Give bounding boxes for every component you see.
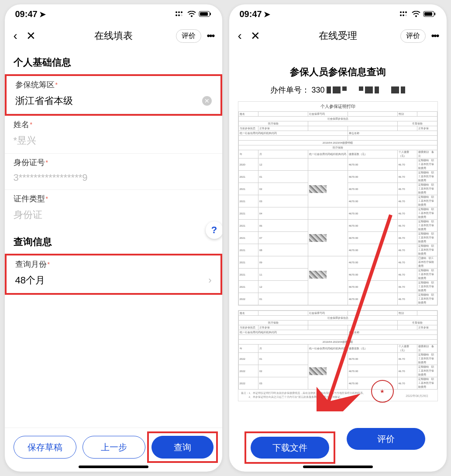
svg-point-13: [400, 14, 402, 16]
svg-rect-8: [200, 12, 208, 16]
idtype-field: 证件类型* 身份证 ?: [5, 190, 222, 228]
battery-icon: [423, 11, 436, 17]
idno-input[interactable]: 3*****************9: [14, 172, 88, 183]
query-month-label: 查询月份*: [15, 259, 212, 269]
download-file-button[interactable]: 下载文件: [251, 437, 329, 459]
download-button-highlighted: 下载文件: [244, 431, 335, 464]
section-header-basic-info: 个人基础信息: [5, 48, 222, 74]
svg-point-11: [403, 11, 404, 13]
nav-bar: ‹ ✕ 在线受理 评价 •••: [229, 24, 447, 48]
home-indicator[interactable]: [303, 466, 373, 468]
idno-label: 身份证号*: [14, 157, 213, 168]
status-icons: [175, 11, 212, 17]
help-icon[interactable]: ?: [206, 221, 222, 239]
idno-field: 身份证号* 3*****************9: [5, 154, 222, 190]
rating-button[interactable]: 评价: [400, 29, 426, 43]
chevron-right-icon: ›: [208, 275, 211, 286]
name-label: 姓名*: [14, 119, 213, 130]
battery-icon: [199, 11, 212, 17]
svg-rect-19: [434, 13, 435, 15]
back-icon[interactable]: ‹: [11, 27, 20, 45]
required-star-icon: *: [30, 121, 32, 128]
svg-point-14: [403, 14, 404, 16]
svg-point-0: [176, 11, 177, 13]
document-preview-area[interactable]: 个人参保证明打印 姓名社会保障号码性别 社会保障参保信息 医疗保险生育保险 当前…: [229, 101, 447, 401]
right-phone-result-screen: 09:47➤ ‹ ✕ 在线受理 评价 ••• 参保人员参保信息查询 办件单号：: [229, 4, 447, 472]
svg-point-6: [191, 15, 193, 17]
idtype-label: 证件类型*: [14, 193, 213, 204]
back-icon[interactable]: ‹: [235, 27, 244, 45]
section-header-query-info: 查询信息: [5, 228, 222, 254]
required-star-icon: *: [46, 159, 48, 166]
location-arrow-icon: ➤: [264, 10, 270, 19]
cellular-signal-icon: [175, 11, 185, 17]
query-button[interactable]: 查询: [151, 436, 213, 459]
svg-point-12: [405, 11, 407, 13]
svg-point-5: [181, 14, 182, 16]
svg-rect-18: [424, 12, 432, 16]
svg-point-10: [400, 11, 402, 13]
wifi-icon: [412, 11, 420, 17]
query-month-field-highlighted: 查询月份* 48个月 ›: [5, 254, 222, 295]
save-draft-button[interactable]: 保存草稿: [14, 436, 76, 459]
status-time: 09:47➤: [15, 9, 46, 19]
svg-point-16: [415, 15, 417, 17]
more-icon[interactable]: •••: [429, 30, 440, 41]
close-icon[interactable]: ✕: [248, 28, 263, 45]
status-time: 09:47➤: [240, 9, 270, 19]
wifi-icon: [187, 11, 196, 17]
svg-point-2: [181, 11, 182, 13]
svg-point-4: [178, 14, 180, 16]
status-bar: 09:47➤: [229, 4, 447, 24]
censored-case-number: [327, 86, 405, 93]
more-icon[interactable]: •••: [205, 30, 216, 41]
form-content: 个人基础信息 参保统筹区* 浙江省省本级 ✕ 姓名* *昱兴 身份: [5, 48, 222, 428]
document-sheet-1: 个人参保证明打印 姓名社会保障号码性别 社会保障参保信息 医疗保险生育保险 当前…: [238, 101, 438, 306]
bottom-action-bar: 保存草稿 上一步 查询: [5, 428, 222, 463]
nav-bar: ‹ ✕ 在线填表 评价 •••: [5, 24, 222, 48]
official-stamp-icon: [371, 380, 394, 403]
required-star-icon: *: [55, 81, 58, 88]
rating-button[interactable]: 评价: [176, 29, 201, 43]
home-indicator[interactable]: [79, 466, 148, 468]
prev-step-button[interactable]: 上一步: [83, 436, 145, 459]
svg-point-3: [176, 14, 177, 16]
idtype-input[interactable]: 身份证: [14, 208, 42, 221]
status-bar: 09:47➤: [5, 4, 222, 24]
svg-point-1: [178, 11, 180, 13]
query-button-highlighted: 查询: [147, 431, 218, 463]
region-field-highlighted: 参保统筹区* 浙江省省本级 ✕: [5, 74, 222, 116]
cellular-signal-icon: [399, 11, 409, 17]
query-month-select[interactable]: 48个月: [15, 274, 45, 287]
document-table: 姓名社会保障号码性别 社会保障参保信息 医疗保险生育保险 当前参保状态正常参保正…: [238, 111, 437, 305]
required-star-icon: *: [46, 195, 48, 202]
bottom-action-bar: 下载文件 评价: [229, 411, 447, 463]
case-number: 办件单号： 330: [229, 85, 447, 101]
location-arrow-icon: ➤: [39, 10, 46, 19]
rate-button[interactable]: 评价: [347, 428, 425, 450]
clear-input-icon[interactable]: ✕: [202, 96, 212, 106]
name-input[interactable]: *昱兴: [14, 134, 37, 147]
result-content: 参保人员参保信息查询 办件单号： 330 个人参保证明打印 姓名社会保障号码性别…: [229, 48, 447, 411]
region-input[interactable]: 浙江省省本级: [15, 94, 73, 107]
status-icons: [399, 11, 436, 17]
required-star-icon: *: [48, 261, 50, 268]
document-sheet-2: 姓名社会保障号码性别 社会保障参保信息 医疗保险生育保险 当前参保状态正常参保正…: [238, 310, 438, 401]
region-label: 参保统筹区*: [15, 79, 212, 90]
svg-point-15: [405, 14, 407, 16]
svg-rect-9: [210, 13, 211, 15]
result-title: 参保人员参保信息查询: [229, 48, 447, 85]
document-title: 个人参保证明打印: [238, 102, 437, 111]
left-phone-form-screen: 09:47➤ ‹ ✕ 在线填表 评价 ••• 个人基础信息: [5, 4, 222, 472]
document-table: 姓名社会保障号码性别 社会保障参保信息 医疗保险生育保险 当前参保状态正常参保正…: [238, 310, 437, 390]
name-field: 姓名* *昱兴: [5, 116, 222, 154]
close-icon[interactable]: ✕: [24, 28, 38, 45]
